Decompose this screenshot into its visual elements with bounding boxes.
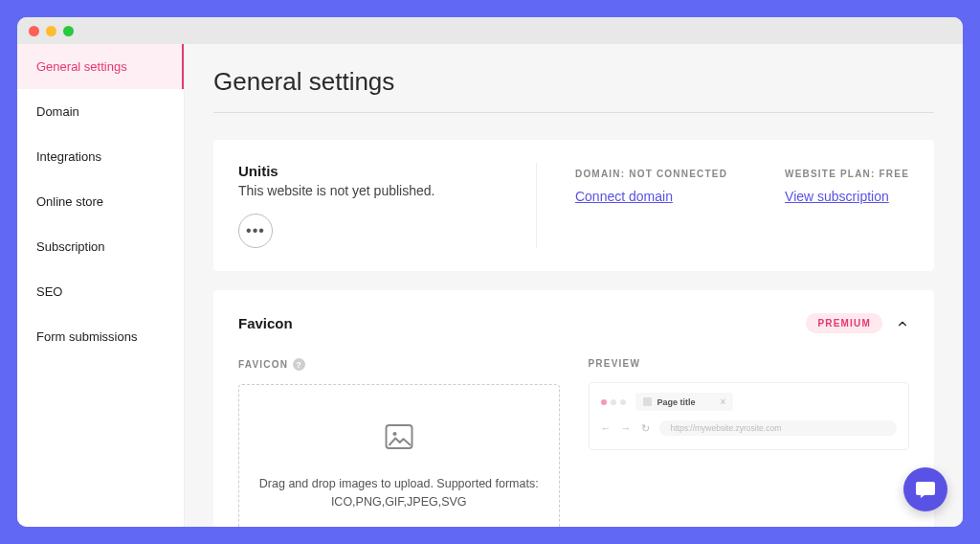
preview-favicon-icon bbox=[643, 397, 652, 406]
favicon-section-head: Favicon PREMIUM bbox=[238, 313, 909, 333]
site-status-right: DOMAIN: NOT CONNECTED Connect domain WEB… bbox=[536, 163, 909, 248]
reload-icon: ↻ bbox=[641, 422, 650, 435]
domain-meta: DOMAIN: NOT CONNECTED Connect domain bbox=[575, 163, 727, 248]
main-content: General settings Unitis This website is … bbox=[185, 44, 963, 527]
sidebar-item-domain[interactable]: Domain bbox=[17, 89, 184, 134]
sidebar-item-online-store[interactable]: Online store bbox=[17, 179, 184, 224]
favicon-section-actions: PREMIUM bbox=[806, 313, 909, 333]
preview-label: PREVIEW bbox=[589, 358, 910, 369]
browser-preview: Page title × ← → ↻ https://mywebsite.zyr… bbox=[589, 382, 910, 450]
favicon-dropzone[interactable]: Drag and drop images to upload. Supporte… bbox=[238, 384, 560, 527]
favicon-body: FAVICON ? Drag and drop images to upload… bbox=[238, 358, 909, 527]
sidebar-item-form-submissions[interactable]: Form submissions bbox=[17, 314, 184, 359]
domain-label: DOMAIN: NOT CONNECTED bbox=[575, 169, 727, 179]
preview-dot-grey bbox=[611, 399, 616, 405]
forward-arrow-icon: → bbox=[621, 422, 632, 434]
favicon-upload-label: FAVICON ? bbox=[238, 358, 560, 371]
favicon-upload-label-text: FAVICON bbox=[238, 359, 288, 370]
back-arrow-icon: ← bbox=[601, 422, 612, 434]
title-divider bbox=[213, 112, 934, 113]
sidebar-item-general-settings[interactable]: General settings bbox=[17, 44, 184, 89]
more-actions-button[interactable]: ••• bbox=[238, 214, 273, 248]
favicon-preview-col: PREVIEW Page t bbox=[589, 358, 910, 527]
site-name: Unitis bbox=[238, 163, 513, 179]
preview-dot-grey2 bbox=[620, 399, 626, 405]
chat-icon bbox=[914, 478, 937, 501]
connect-domain-link[interactable]: Connect domain bbox=[575, 189, 727, 204]
plan-label: WEBSITE PLAN: FREE bbox=[785, 169, 909, 179]
sidebar-item-integrations[interactable]: Integrations bbox=[17, 134, 184, 179]
window-zoom-dot[interactable] bbox=[63, 26, 74, 36]
preview-dot-red bbox=[601, 399, 607, 405]
browser-window: General settings Domain Integrations Onl… bbox=[17, 17, 963, 527]
site-status-card: Unitis This website is not yet published… bbox=[213, 140, 934, 271]
window-titlebar bbox=[17, 17, 963, 44]
preview-label-text: PREVIEW bbox=[589, 358, 641, 369]
sidebar-item-seo[interactable]: SEO bbox=[17, 269, 184, 314]
page-title: General settings bbox=[213, 67, 934, 97]
preview-traffic-lights bbox=[601, 399, 626, 405]
dropzone-text: Drag and drop images to upload. Supporte… bbox=[258, 475, 540, 511]
plan-meta: WEBSITE PLAN: FREE View subscription bbox=[785, 163, 909, 248]
site-status-left: Unitis This website is not yet published… bbox=[238, 163, 536, 248]
preview-tab-title: Page title bbox=[657, 397, 696, 407]
preview-nav-row: ← → ↻ https://mywebsite.zyrosite.com bbox=[601, 420, 898, 436]
favicon-upload-col: FAVICON ? Drag and drop images to upload… bbox=[238, 358, 560, 527]
favicon-card: Favicon PREMIUM FAVICON ? bbox=[213, 290, 934, 527]
favicon-section-title: Favicon bbox=[238, 315, 293, 331]
close-icon: × bbox=[721, 397, 726, 407]
svg-point-1 bbox=[392, 432, 396, 436]
preview-tab-row: Page title × bbox=[601, 393, 898, 411]
help-icon[interactable]: ? bbox=[293, 358, 305, 371]
view-subscription-link[interactable]: View subscription bbox=[785, 189, 909, 204]
image-icon bbox=[382, 419, 416, 454]
preview-url-bar: https://mywebsite.zyrosite.com bbox=[659, 420, 898, 436]
chevron-up-icon[interactable] bbox=[896, 317, 909, 330]
premium-badge: PREMIUM bbox=[806, 313, 882, 333]
window-minimize-dot[interactable] bbox=[46, 26, 56, 36]
chat-widget-button[interactable] bbox=[903, 467, 947, 511]
app-body: General settings Domain Integrations Onl… bbox=[17, 44, 963, 527]
sidebar: General settings Domain Integrations Onl… bbox=[17, 44, 185, 527]
ellipsis-icon: ••• bbox=[246, 222, 265, 239]
sidebar-item-subscription[interactable]: Subscription bbox=[17, 224, 184, 269]
preview-tab: Page title × bbox=[635, 393, 734, 411]
window-close-dot[interactable] bbox=[29, 26, 39, 36]
site-status-text: This website is not yet published. bbox=[238, 183, 513, 198]
